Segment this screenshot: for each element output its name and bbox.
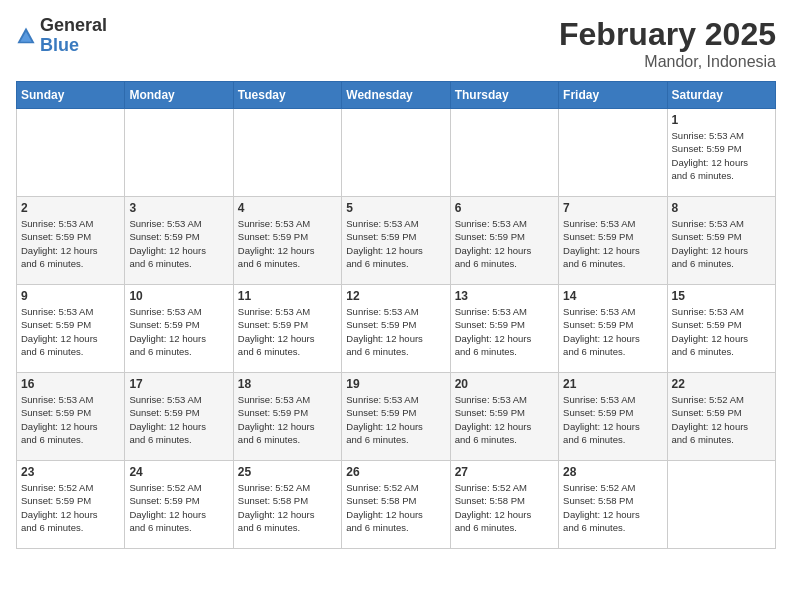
empty-cell xyxy=(17,109,125,197)
day-info: Sunrise: 5:52 AM Sunset: 5:58 PM Dayligh… xyxy=(238,481,337,534)
day-number: 16 xyxy=(21,377,120,391)
calendar-day-cell: 6Sunrise: 5:53 AM Sunset: 5:59 PM Daylig… xyxy=(450,197,558,285)
day-info: Sunrise: 5:53 AM Sunset: 5:59 PM Dayligh… xyxy=(346,305,445,358)
day-info: Sunrise: 5:53 AM Sunset: 5:59 PM Dayligh… xyxy=(455,305,554,358)
empty-cell xyxy=(559,109,667,197)
day-info: Sunrise: 5:53 AM Sunset: 5:59 PM Dayligh… xyxy=(455,393,554,446)
calendar-day-cell: 28Sunrise: 5:52 AM Sunset: 5:58 PM Dayli… xyxy=(559,461,667,549)
weekday-header-saturday: Saturday xyxy=(667,82,775,109)
day-number: 20 xyxy=(455,377,554,391)
day-info: Sunrise: 5:53 AM Sunset: 5:59 PM Dayligh… xyxy=(455,217,554,270)
day-number: 4 xyxy=(238,201,337,215)
calendar-day-cell: 4Sunrise: 5:53 AM Sunset: 5:59 PM Daylig… xyxy=(233,197,341,285)
title-block: February 2025 Mandor, Indonesia xyxy=(559,16,776,71)
day-info: Sunrise: 5:53 AM Sunset: 5:59 PM Dayligh… xyxy=(563,305,662,358)
calendar-day-cell: 23Sunrise: 5:52 AM Sunset: 5:59 PM Dayli… xyxy=(17,461,125,549)
calendar-day-cell: 10Sunrise: 5:53 AM Sunset: 5:59 PM Dayli… xyxy=(125,285,233,373)
day-info: Sunrise: 5:53 AM Sunset: 5:59 PM Dayligh… xyxy=(346,393,445,446)
logo-general: General xyxy=(40,16,107,36)
day-info: Sunrise: 5:53 AM Sunset: 5:59 PM Dayligh… xyxy=(238,393,337,446)
day-number: 24 xyxy=(129,465,228,479)
location-title: Mandor, Indonesia xyxy=(559,53,776,71)
day-info: Sunrise: 5:53 AM Sunset: 5:59 PM Dayligh… xyxy=(21,217,120,270)
day-info: Sunrise: 5:53 AM Sunset: 5:59 PM Dayligh… xyxy=(129,393,228,446)
day-number: 12 xyxy=(346,289,445,303)
day-info: Sunrise: 5:53 AM Sunset: 5:59 PM Dayligh… xyxy=(672,217,771,270)
day-info: Sunrise: 5:53 AM Sunset: 5:59 PM Dayligh… xyxy=(129,305,228,358)
weekday-header-monday: Monday xyxy=(125,82,233,109)
day-info: Sunrise: 5:53 AM Sunset: 5:59 PM Dayligh… xyxy=(563,217,662,270)
logo-blue: Blue xyxy=(40,36,107,56)
day-info: Sunrise: 5:53 AM Sunset: 5:59 PM Dayligh… xyxy=(238,217,337,270)
day-number: 26 xyxy=(346,465,445,479)
day-info: Sunrise: 5:53 AM Sunset: 5:59 PM Dayligh… xyxy=(129,217,228,270)
calendar-day-cell: 21Sunrise: 5:53 AM Sunset: 5:59 PM Dayli… xyxy=(559,373,667,461)
day-number: 13 xyxy=(455,289,554,303)
weekday-header-friday: Friday xyxy=(559,82,667,109)
calendar-day-cell: 25Sunrise: 5:52 AM Sunset: 5:58 PM Dayli… xyxy=(233,461,341,549)
calendar-day-cell: 1Sunrise: 5:53 AM Sunset: 5:59 PM Daylig… xyxy=(667,109,775,197)
day-number: 1 xyxy=(672,113,771,127)
weekday-header-wednesday: Wednesday xyxy=(342,82,450,109)
calendar-week-row: 16Sunrise: 5:53 AM Sunset: 5:59 PM Dayli… xyxy=(17,373,776,461)
logo-icon xyxy=(16,24,36,48)
day-info: Sunrise: 5:53 AM Sunset: 5:59 PM Dayligh… xyxy=(672,305,771,358)
empty-cell xyxy=(125,109,233,197)
calendar-day-cell: 20Sunrise: 5:53 AM Sunset: 5:59 PM Dayli… xyxy=(450,373,558,461)
calendar-day-cell: 26Sunrise: 5:52 AM Sunset: 5:58 PM Dayli… xyxy=(342,461,450,549)
calendar-day-cell: 24Sunrise: 5:52 AM Sunset: 5:59 PM Dayli… xyxy=(125,461,233,549)
logo: General Blue xyxy=(16,16,107,56)
day-info: Sunrise: 5:52 AM Sunset: 5:58 PM Dayligh… xyxy=(455,481,554,534)
empty-cell xyxy=(450,109,558,197)
page-header: General Blue February 2025 Mandor, Indon… xyxy=(16,16,776,71)
day-info: Sunrise: 5:53 AM Sunset: 5:59 PM Dayligh… xyxy=(21,393,120,446)
calendar-table: SundayMondayTuesdayWednesdayThursdayFrid… xyxy=(16,81,776,549)
day-number: 2 xyxy=(21,201,120,215)
calendar-day-cell: 7Sunrise: 5:53 AM Sunset: 5:59 PM Daylig… xyxy=(559,197,667,285)
day-number: 19 xyxy=(346,377,445,391)
day-number: 22 xyxy=(672,377,771,391)
day-number: 7 xyxy=(563,201,662,215)
day-number: 27 xyxy=(455,465,554,479)
day-info: Sunrise: 5:53 AM Sunset: 5:59 PM Dayligh… xyxy=(672,129,771,182)
day-info: Sunrise: 5:53 AM Sunset: 5:59 PM Dayligh… xyxy=(346,217,445,270)
day-info: Sunrise: 5:52 AM Sunset: 5:59 PM Dayligh… xyxy=(672,393,771,446)
calendar-week-row: 1Sunrise: 5:53 AM Sunset: 5:59 PM Daylig… xyxy=(17,109,776,197)
day-info: Sunrise: 5:53 AM Sunset: 5:59 PM Dayligh… xyxy=(563,393,662,446)
day-number: 9 xyxy=(21,289,120,303)
day-info: Sunrise: 5:52 AM Sunset: 5:59 PM Dayligh… xyxy=(129,481,228,534)
day-number: 5 xyxy=(346,201,445,215)
day-number: 6 xyxy=(455,201,554,215)
day-number: 25 xyxy=(238,465,337,479)
month-title: February 2025 xyxy=(559,16,776,53)
calendar-day-cell: 27Sunrise: 5:52 AM Sunset: 5:58 PM Dayli… xyxy=(450,461,558,549)
calendar-day-cell: 9Sunrise: 5:53 AM Sunset: 5:59 PM Daylig… xyxy=(17,285,125,373)
day-number: 28 xyxy=(563,465,662,479)
calendar-day-cell: 12Sunrise: 5:53 AM Sunset: 5:59 PM Dayli… xyxy=(342,285,450,373)
day-info: Sunrise: 5:53 AM Sunset: 5:59 PM Dayligh… xyxy=(21,305,120,358)
calendar-day-cell: 19Sunrise: 5:53 AM Sunset: 5:59 PM Dayli… xyxy=(342,373,450,461)
day-info: Sunrise: 5:53 AM Sunset: 5:59 PM Dayligh… xyxy=(238,305,337,358)
day-info: Sunrise: 5:52 AM Sunset: 5:58 PM Dayligh… xyxy=(563,481,662,534)
day-number: 10 xyxy=(129,289,228,303)
day-number: 8 xyxy=(672,201,771,215)
calendar-day-cell: 14Sunrise: 5:53 AM Sunset: 5:59 PM Dayli… xyxy=(559,285,667,373)
day-number: 18 xyxy=(238,377,337,391)
calendar-day-cell: 17Sunrise: 5:53 AM Sunset: 5:59 PM Dayli… xyxy=(125,373,233,461)
empty-cell xyxy=(667,461,775,549)
calendar-day-cell: 8Sunrise: 5:53 AM Sunset: 5:59 PM Daylig… xyxy=(667,197,775,285)
calendar-day-cell: 2Sunrise: 5:53 AM Sunset: 5:59 PM Daylig… xyxy=(17,197,125,285)
empty-cell xyxy=(233,109,341,197)
empty-cell xyxy=(342,109,450,197)
calendar-day-cell: 16Sunrise: 5:53 AM Sunset: 5:59 PM Dayli… xyxy=(17,373,125,461)
calendar-week-row: 2Sunrise: 5:53 AM Sunset: 5:59 PM Daylig… xyxy=(17,197,776,285)
calendar-week-row: 23Sunrise: 5:52 AM Sunset: 5:59 PM Dayli… xyxy=(17,461,776,549)
calendar-day-cell: 15Sunrise: 5:53 AM Sunset: 5:59 PM Dayli… xyxy=(667,285,775,373)
logo-text: General Blue xyxy=(40,16,107,56)
calendar-day-cell: 3Sunrise: 5:53 AM Sunset: 5:59 PM Daylig… xyxy=(125,197,233,285)
weekday-header-sunday: Sunday xyxy=(17,82,125,109)
calendar-day-cell: 22Sunrise: 5:52 AM Sunset: 5:59 PM Dayli… xyxy=(667,373,775,461)
weekday-header-tuesday: Tuesday xyxy=(233,82,341,109)
weekday-header-row: SundayMondayTuesdayWednesdayThursdayFrid… xyxy=(17,82,776,109)
day-number: 14 xyxy=(563,289,662,303)
